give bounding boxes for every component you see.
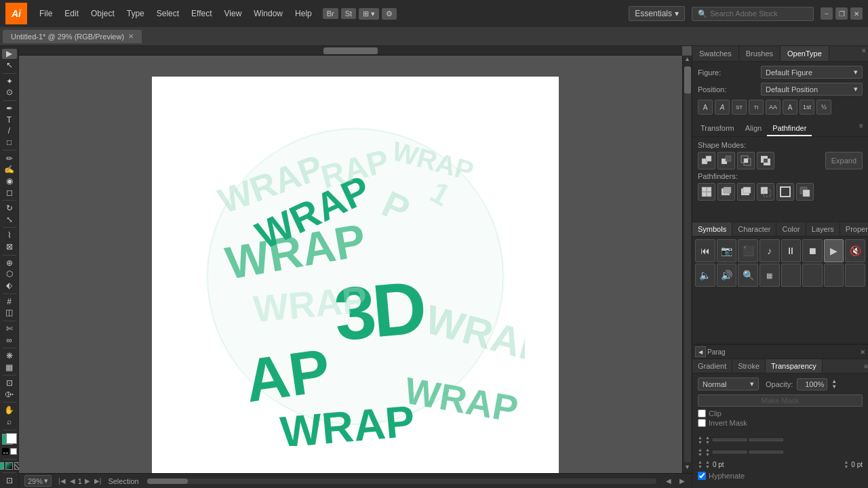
zoom-tool[interactable]: ⌕ <box>2 417 17 427</box>
free-transform-tool[interactable]: ⊠ <box>2 242 17 252</box>
symbol-play[interactable]: ▶ <box>824 239 844 262</box>
ot-icon-7[interactable]: 1st <box>800 100 814 115</box>
paintbrush-tool[interactable]: ✏ <box>2 153 17 163</box>
symbol-camera[interactable]: 📷 <box>717 239 737 262</box>
zoom-selector[interactable]: 29% ▾ <box>24 475 52 487</box>
bridge-btn[interactable]: Br <box>323 8 338 19</box>
pen-tool[interactable]: ✒ <box>2 103 17 113</box>
perspective-tool[interactable]: ⬖ <box>2 281 17 291</box>
menu-file[interactable]: File <box>34 6 58 21</box>
slice-tool[interactable]: ⌱ <box>2 390 17 400</box>
menu-effect[interactable]: Effect <box>186 6 217 21</box>
minus-front-btn[interactable] <box>717 152 735 169</box>
symbol-sprayer-tool[interactable]: ❋ <box>2 351 17 361</box>
ot-icon-2[interactable]: A <box>715 100 730 115</box>
workspace-btn[interactable]: ⊞ ▾ <box>359 8 379 20</box>
opacity-arrows[interactable]: ▲ ▼ <box>831 379 837 390</box>
scroll-down-button[interactable]: ▼ <box>683 464 692 473</box>
stock-btn[interactable]: St <box>341 8 356 19</box>
tab-transform[interactable]: Transform <box>695 121 740 136</box>
scroll-up-button[interactable]: ▲ <box>683 56 692 65</box>
mesh-tool[interactable]: # <box>2 296 17 306</box>
arrows-3[interactable]: ▲ ▼ <box>698 447 703 457</box>
ot-icon-8[interactable]: ½ <box>816 100 831 115</box>
symbol-5[interactable] <box>781 264 802 287</box>
symbol-8[interactable] <box>845 264 865 287</box>
search-input[interactable] <box>710 9 808 18</box>
tab-character[interactable]: Character <box>732 222 776 236</box>
shape-builder-tool[interactable]: ⊕ <box>2 258 17 268</box>
canvas-scroll[interactable]: WRAP WRAP 1 WRAP WRAP P 3D AP WRAP WRAP … <box>19 56 692 488</box>
arrows-7[interactable]: ▲ ▼ <box>844 460 848 469</box>
outline-btn[interactable] <box>776 183 794 201</box>
live-paint-tool[interactable]: ⬡ <box>2 269 17 279</box>
hand-tool[interactable]: ✋ <box>2 405 17 415</box>
top-scrollbar[interactable] <box>19 46 682 56</box>
ot-icon-4[interactable]: TI <box>749 100 764 115</box>
panel-menu-button[interactable]: ≡ <box>860 46 868 54</box>
invert-mask-checkbox[interactable] <box>698 419 706 427</box>
selection-tool[interactable]: ▶ <box>2 49 17 59</box>
column-graph-tool[interactable]: ▦ <box>2 362 17 372</box>
eraser-tool[interactable]: ◻ <box>2 187 17 197</box>
essentials-dropdown[interactable]: Essentials ▾ <box>629 6 685 21</box>
tab-close-button[interactable]: ✕ <box>128 33 134 40</box>
close-button[interactable]: ✕ <box>850 7 863 20</box>
tab-symbols[interactable]: Symbols <box>692 222 732 236</box>
minimize-button[interactable]: − <box>821 7 833 20</box>
unite-btn[interactable] <box>698 152 715 169</box>
ot-icon-3[interactable]: ST <box>732 100 747 115</box>
first-page-button[interactable]: |◀ <box>57 477 67 485</box>
hscrollbar-thumb[interactable] <box>323 47 378 54</box>
intersect-btn[interactable] <box>737 152 755 169</box>
symbol-7[interactable] <box>824 264 844 287</box>
scroll-left-btn[interactable]: ◀ <box>665 477 673 485</box>
menu-help[interactable]: Help <box>290 6 317 21</box>
color-indicator[interactable] <box>2 434 17 444</box>
tab-gradient[interactable]: Gradient <box>692 359 732 373</box>
blend-tool[interactable]: ∞ <box>2 335 17 345</box>
figure-dropdown[interactable]: Default Figure ▾ <box>761 66 863 79</box>
tab-opentype[interactable]: OpenType <box>781 46 829 61</box>
field-value-4[interactable] <box>749 451 783 453</box>
opacity-field[interactable]: 100% <box>797 378 827 390</box>
symbol-mute[interactable]: 🔇 <box>845 239 865 262</box>
symbol-music[interactable]: ♪ <box>760 239 780 262</box>
make-mask-button[interactable]: Make Mask <box>698 394 863 407</box>
menu-view[interactable]: View <box>219 6 248 21</box>
rectangle-tool[interactable]: □ <box>2 138 17 148</box>
background-color[interactable] <box>6 433 17 444</box>
pencil-tool[interactable]: ✍ <box>2 165 17 175</box>
tab-pathfinder[interactable]: Pathfinder <box>767 121 812 136</box>
minus-back-btn[interactable] <box>796 183 814 201</box>
sync-btn[interactable]: ⚙ <box>382 8 397 20</box>
tab-transparency[interactable]: Transparency <box>766 359 823 373</box>
last-page-button[interactable]: ▶| <box>93 477 103 485</box>
tab-brushes[interactable]: Brushes <box>739 46 781 61</box>
ot-icon-5[interactable]: AA <box>766 100 781 115</box>
field-value-1[interactable] <box>713 439 747 441</box>
menu-select[interactable]: Select <box>151 6 184 21</box>
eyedropper-tool[interactable]: ✄ <box>2 323 17 333</box>
exclude-btn[interactable] <box>757 152 774 169</box>
hyphenate-checkbox[interactable] <box>698 472 706 480</box>
magic-wand-tool[interactable]: ✦ <box>2 76 17 86</box>
prev-page-button[interactable]: ◀ <box>68 477 77 485</box>
hscroll-thumb[interactable] <box>147 479 188 484</box>
line-tool[interactable]: / <box>2 126 17 136</box>
arrows-2[interactable]: ▲ ▼ <box>705 435 710 445</box>
trans-collapse-btn[interactable]: ◀ <box>695 346 706 357</box>
trans-menu-btn[interactable]: ≡ <box>864 363 868 370</box>
scroll-right-btn[interactable]: ▶ <box>678 477 686 485</box>
ot-icon-1[interactable]: A <box>698 100 713 115</box>
vertical-scrollbar[interactable]: ▲ ▼ <box>682 56 692 473</box>
sub-panel-menu-btn[interactable]: ≡ <box>857 121 865 129</box>
scroll-thumb[interactable] <box>684 66 691 94</box>
opacity-down[interactable]: ▼ <box>831 384 837 390</box>
default-colors[interactable] <box>10 448 17 455</box>
menu-type[interactable]: Type <box>121 6 150 21</box>
canvas-area[interactable]: WRAP WRAP 1 WRAP WRAP P 3D AP WRAP WRAP … <box>19 46 692 488</box>
position-dropdown[interactable]: Default Position ▾ <box>761 83 863 96</box>
divide-btn[interactable] <box>698 183 715 201</box>
next-page-button[interactable]: ▶ <box>83 477 92 485</box>
